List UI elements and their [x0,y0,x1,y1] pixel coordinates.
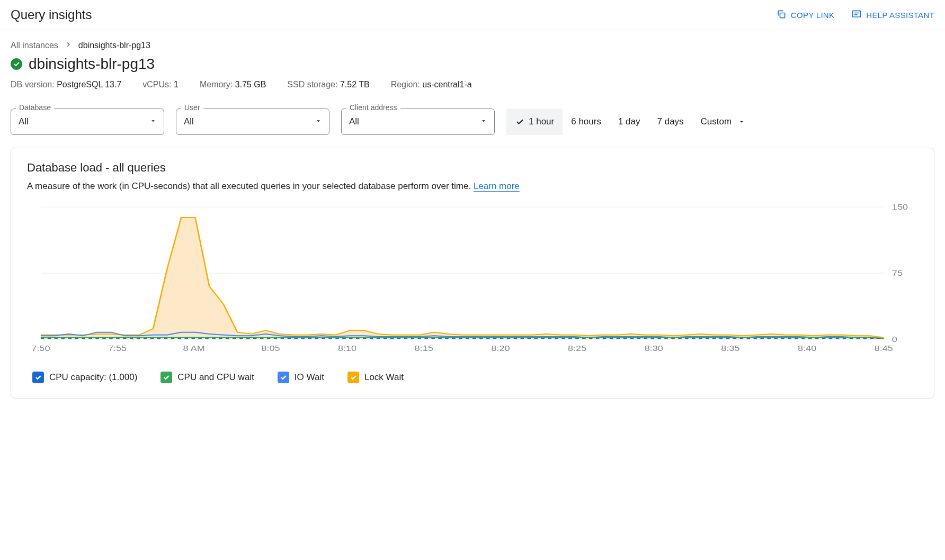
svg-text:8:45: 8:45 [875,344,893,353]
chat-icon [851,9,862,21]
svg-text:75: 75 [892,269,903,277]
svg-text:150: 150 [892,204,908,211]
legend-lock-wait[interactable]: Lock Wait [347,372,404,383]
breadcrumb-current: dbinsights-blr-pg13 [78,41,150,50]
time-range-group: 1 hour6 hours1 day7 daysCustom [506,109,754,135]
check-icon [515,117,524,127]
checkbox-icon [278,372,289,383]
svg-text:8:40: 8:40 [798,344,816,353]
learn-more-link[interactable]: Learn more [474,181,520,191]
svg-text:8:25: 8:25 [568,344,586,353]
instance-name: dbinsights-blr-pg13 [29,56,155,73]
help-assistant-button[interactable]: HELP ASSISTANT [851,9,934,21]
svg-rect-1 [853,11,861,17]
database-select[interactable]: Database All [11,109,164,135]
card-title: Database load - all queries [27,161,918,175]
svg-text:8:35: 8:35 [721,344,739,353]
checkbox-icon [161,372,172,383]
checkbox-icon [347,372,359,383]
copy-link-button[interactable]: COPY LINK [776,9,834,21]
svg-text:8:30: 8:30 [645,344,663,353]
svg-text:8:15: 8:15 [415,344,433,353]
chevron-down-icon [738,118,745,125]
svg-text:8:20: 8:20 [491,344,510,353]
database-label: Database [16,103,54,112]
copy-link-label: COPY LINK [791,11,834,20]
help-assistant-label: HELP ASSISTANT [866,11,934,20]
status-ok-icon [11,58,22,70]
svg-text:7:50: 7:50 [31,344,50,353]
checkbox-icon [32,372,44,383]
database-load-chart: 0751507:507:558 AM8:058:108:158:208:258:… [27,204,918,353]
user-select[interactable]: User All [176,109,329,135]
svg-text:7:55: 7:55 [108,344,127,353]
time-range-6-hours[interactable]: 6 hours [563,109,610,135]
card-description: A measure of the work (in CPU-seconds) t… [27,181,918,192]
svg-text:8:05: 8:05 [261,344,280,353]
time-range-7-days[interactable]: 7 days [649,109,692,135]
svg-text:8 AM: 8 AM [183,344,205,353]
client-address-select[interactable]: Client address All [341,109,495,135]
time-range-1-hour[interactable]: 1 hour [506,109,563,135]
svg-text:8:10: 8:10 [338,344,356,353]
time-range-custom[interactable]: Custom [692,109,754,135]
page-title: Query insights [11,7,92,22]
breadcrumb: All instances dbinsights-blr-pg13 [11,41,934,50]
svg-text:0: 0 [892,335,897,344]
copy-icon [776,9,787,21]
user-label: User [181,103,203,112]
chevron-right-icon [65,41,72,50]
legend-cpu-capacity[interactable]: CPU capacity: (1.000) [32,372,137,383]
legend-io-wait[interactable]: IO Wait [278,372,324,383]
svg-rect-0 [780,13,784,17]
client-address-label: Client address [346,103,400,112]
breadcrumb-root[interactable]: All instances [11,41,58,50]
instance-meta: DB version: PostgreSQL 13.7 vCPUs: 1 Mem… [11,80,934,89]
legend-cpu-wait[interactable]: CPU and CPU wait [161,372,254,383]
time-range-1-day[interactable]: 1 day [610,109,649,135]
